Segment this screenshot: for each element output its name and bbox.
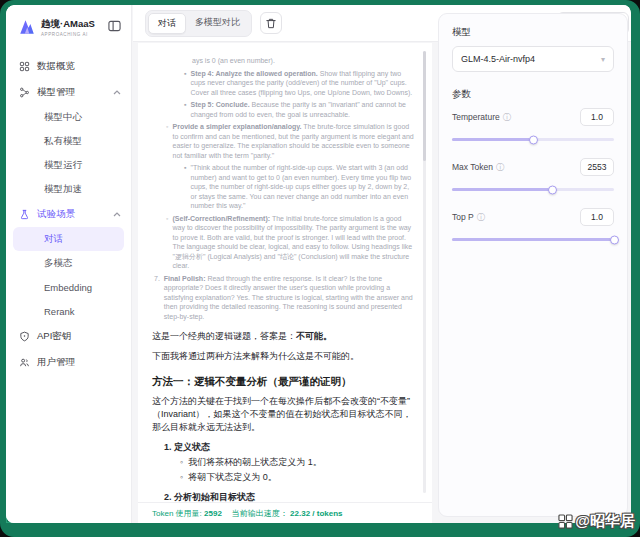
tab-multi-model-compare[interactable]: 多模型对比 (186, 13, 249, 34)
thinking-line: 7. Final Polish: Read through the entire… (154, 274, 414, 322)
slider-thumb[interactable] (610, 235, 619, 244)
sub-item-label: 对话 (44, 233, 63, 246)
bullet-marker: ◦ (180, 471, 183, 484)
tab-chat[interactable]: 对话 (148, 13, 186, 34)
param-name: Max Tokenⓘ (452, 162, 504, 173)
thinking-line: ◦ Provide a simpler explanation/analogy.… (166, 122, 414, 160)
param-name: Top Pⓘ (452, 212, 485, 223)
sidebar-item-label: 模型管理 (37, 86, 75, 99)
sidebar-item-private-models[interactable]: 私有模型 (6, 129, 131, 153)
model-label: 模型 (452, 26, 614, 39)
token-stats-bar: Token 使用量: 2592 当前输出速度： 22.32 / tokens (138, 502, 432, 523)
chevron-down-icon: ▾ (601, 55, 605, 64)
users-icon (19, 357, 30, 368)
answer-paragraph: 这是一个经典的逻辑谜题，答案是：不可能。 (152, 330, 414, 343)
settings-panel: 模型 GLM-4.5-Air-nvfp4 ▾ 参数 Temperatureⓘ 1… (438, 13, 628, 517)
sidebar-item-model-accel[interactable]: 模型加速 (6, 177, 131, 201)
chat-message-area[interactable]: ays is 0 (an even number). ▪ Step 4: Ana… (138, 43, 432, 502)
method-heading: 方法一：逻辑不变量分析（最严谨的证明） (152, 374, 414, 388)
chevron-up-icon (113, 212, 121, 217)
info-icon[interactable]: ⓘ (503, 112, 511, 123)
watermark-text: @昭华居 (575, 512, 635, 531)
temperature-slider[interactable] (452, 134, 614, 144)
model-select[interactable]: GLM-4.5-Air-nvfp4 ▾ (452, 46, 614, 72)
bullet-marker: ▪ (184, 100, 186, 119)
model-select-value: GLM-4.5-Air-nvfp4 (461, 54, 535, 64)
sub-item-label: Embedding (44, 282, 92, 293)
chat-scrollbar-thumb[interactable] (423, 51, 426, 161)
nodes-icon (19, 87, 30, 98)
params-label: 参数 (452, 88, 614, 101)
assistant-thinking-block: ays is 0 (an even number). ▪ Step 4: Ana… (152, 56, 414, 321)
sidebar-item-embedding[interactable]: Embedding (6, 275, 131, 299)
top-p-slider[interactable] (452, 234, 614, 244)
temperature-input[interactable]: 1.0 (580, 108, 614, 126)
flask-icon (19, 209, 30, 220)
screenshot: 趋境·AMaaS APPROACHING AI (0, 0, 640, 537)
shield-icon (19, 331, 30, 342)
bullet-marker: ◦ (166, 214, 168, 271)
output-speed: 当前输出速度： 22.32 / tokens (232, 508, 343, 519)
app-subtitle: APPROACHING AI (41, 32, 95, 37)
slider-fill (452, 138, 533, 141)
mode-tabs: 对话 多模型对比 (145, 10, 252, 37)
main-area: 对话 多模型对比 </> 查看代码 (133, 5, 631, 523)
slider-fill (452, 188, 552, 191)
sidebar-item-playground[interactable]: 试验场景 (6, 201, 131, 227)
sidebar-item-overview[interactable]: 数据概览 (6, 53, 131, 79)
list-title: 2. 分析初始和目标状态 (164, 491, 414, 502)
app-window: 趋境·AMaaS APPROACHING AI (6, 5, 631, 523)
sidebar-item-rerank[interactable]: Rerank (6, 299, 131, 323)
sub-item-label: 私有模型 (44, 135, 82, 148)
sidebar-item-model-center[interactable]: 模型中心 (6, 105, 131, 129)
sidebar: 趋境·AMaaS APPROACHING AI (6, 5, 132, 523)
param-max-token: Max Tokenⓘ 2553 (452, 158, 614, 194)
sidebar-item-chat[interactable]: 对话 (13, 227, 124, 251)
sidebar-nav: 数据概览 模型管理 (6, 53, 131, 375)
param-name: Temperatureⓘ (452, 112, 511, 123)
sidebar-item-api-keys[interactable]: API密钥 (6, 323, 131, 349)
bullet-marker: ◦ (180, 456, 183, 469)
sidebar-item-model-mgmt[interactable]: 模型管理 (6, 79, 131, 105)
bullet-marker: ◦ (166, 122, 168, 160)
chat-panel: ays is 0 (an even number). ▪ Step 4: Ana… (138, 43, 432, 523)
thinking-line: ◦ (Self-Correction/Refinement): The init… (166, 214, 414, 271)
sidebar-item-user-mgmt[interactable]: 用户管理 (6, 349, 131, 375)
sidebar-item-model-run[interactable]: 模型运行 (6, 153, 131, 177)
app-title: 趋境·AMaaS (41, 18, 95, 31)
thinking-line: ays is 0 (an even number). (192, 56, 414, 66)
max-token-input[interactable]: 2553 (580, 158, 614, 176)
trash-icon (266, 18, 276, 29)
param-top-p: Top Pⓘ 1.0 (452, 208, 614, 244)
bullet-marker: ▪ (184, 163, 186, 211)
watermark: @昭华居 (558, 512, 635, 531)
thinking-line: ▪ "Think about the number of right-side-… (184, 163, 414, 211)
answer-paragraph: 下面我将通过两种方法来解释为什么这是不可能的。 (152, 350, 414, 363)
answer-paragraph: 这个方法的关键在于找到一个在每次操作后都不会改变的“不变量”（Invariant… (152, 395, 414, 434)
slider-thumb[interactable] (548, 185, 557, 194)
grid-icon (558, 514, 573, 529)
thinking-line: ▪ Step 5: Conclude. Because the parity i… (184, 100, 414, 119)
sub-item-label: 模型中心 (44, 111, 82, 124)
list-number: 7. (154, 274, 160, 322)
max-token-slider[interactable] (452, 184, 614, 194)
collapse-sidebar-icon[interactable] (108, 20, 121, 32)
sidebar-item-label: API密钥 (37, 330, 71, 343)
clear-chat-button[interactable] (260, 12, 282, 34)
info-icon[interactable]: ⓘ (477, 212, 485, 223)
list-item: ◦ 将朝下状态定义为 0。 (180, 471, 414, 484)
sidebar-item-label: 数据概览 (37, 60, 75, 73)
slider-thumb[interactable] (529, 135, 538, 144)
top-p-input[interactable]: 1.0 (580, 208, 614, 226)
sidebar-item-multimodal[interactable]: 多模态 (6, 251, 131, 275)
sub-item-label: Rerank (44, 306, 75, 317)
thinking-line: ▪ Step 4: Analyze the allowed operation.… (184, 69, 414, 98)
info-icon[interactable]: ⓘ (496, 162, 504, 173)
dashboard-icon (19, 61, 30, 72)
logo: 趋境·AMaaS APPROACHING AI (6, 5, 131, 37)
sub-item-label: 模型运行 (44, 159, 82, 172)
bullet-marker: ▪ (184, 69, 186, 98)
app-frame: 趋境·AMaaS APPROACHING AI (0, 0, 640, 537)
slider-fill (452, 238, 614, 241)
logo-icon (18, 18, 36, 36)
